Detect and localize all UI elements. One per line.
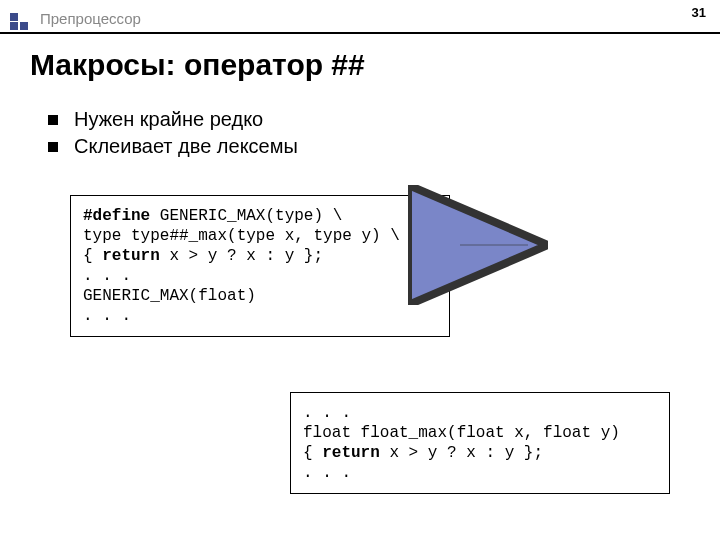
code-box-result: . . . float float_max(float x, float y) … <box>290 392 670 494</box>
square-bullet-icon <box>48 142 58 152</box>
code-text: type type##_max(type x, type y) \ <box>83 227 400 245</box>
square-bullet-icon <box>10 22 18 30</box>
code-keyword: return <box>102 247 160 265</box>
bullet-text: Склеивает две лексемы <box>74 135 298 158</box>
header-label: Препроцессор <box>40 10 141 27</box>
code-text: { <box>83 247 102 265</box>
code-text: . . . <box>83 307 131 325</box>
bullet-list: Нужен крайне редко Склеивает две лексемы <box>48 108 298 162</box>
code-text: { <box>303 444 322 462</box>
header-rule <box>0 32 720 34</box>
header-bar: Препроцессор <box>0 10 720 32</box>
header-decor <box>10 12 30 30</box>
code-text: x > y ? x : y }; <box>380 444 543 462</box>
square-bullet-icon <box>10 13 18 21</box>
code-text: float float_max(float x, float y) <box>303 424 620 442</box>
code-box-source: #define GENERIC_MAX(type) \ type type##_… <box>70 195 450 337</box>
code-text: . . . <box>83 267 131 285</box>
list-item: Склеивает две лексемы <box>48 135 298 158</box>
square-bullet-icon <box>20 22 28 30</box>
code-text: x > y ? x : y }; <box>160 247 323 265</box>
code-keyword: #define <box>83 207 150 225</box>
code-text: GENERIC_MAX(float) <box>83 287 256 305</box>
page-number: 31 <box>692 5 706 20</box>
code-keyword: return <box>322 444 380 462</box>
bullet-text: Нужен крайне редко <box>74 108 263 131</box>
square-bullet-icon <box>48 115 58 125</box>
code-text: . . . <box>303 464 351 482</box>
code-text: GENERIC_MAX(type) \ <box>150 207 342 225</box>
arrow-icon <box>410 230 540 290</box>
slide-title: Макросы: оператор ## <box>30 48 365 82</box>
slide: Препроцессор 31 Макросы: оператор ## Нуж… <box>0 0 720 540</box>
code-text: . . . <box>303 404 351 422</box>
list-item: Нужен крайне редко <box>48 108 298 131</box>
